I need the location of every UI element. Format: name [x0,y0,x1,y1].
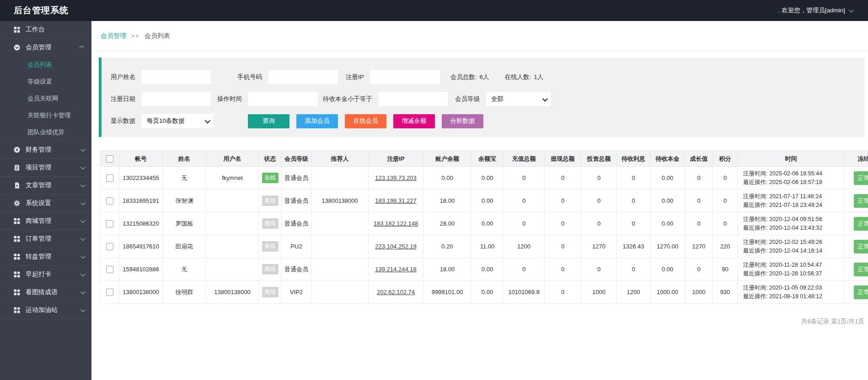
sidebar-item-order[interactable]: 订单管理 [0,230,91,248]
growth-cell: 1000 [692,289,706,296]
finance-icon: ¥ [14,147,20,153]
column-header: 推荐人 [311,151,369,167]
row-checkbox[interactable] [106,243,113,250]
register-ip-link[interactable]: 183.182.122.148 [374,220,418,227]
grid-icon [14,307,20,313]
grid-icon [14,289,20,296]
pending-principal-max-input[interactable] [378,91,449,107]
level-cell: VIP2 [290,289,303,296]
sidebar-item-wheel[interactable]: 转盘管理 [0,248,91,265]
sidebar-group-project: 项目管理 [0,159,91,177]
register-ip-link[interactable]: 202.62.102.74 [377,289,415,296]
sidebar-item-label: 运动加油站 [26,306,80,314]
column-header: 余额宝 [472,151,504,167]
chevron-down-icon [80,271,86,276]
table-row: 18331695191张智渊离线普通会员13800138000183.198.3… [100,190,868,212]
select-all-checkbox[interactable] [106,155,113,163]
freeze-status-button[interactable]: 正常 [854,194,868,208]
name-cell: 田扇花 [176,243,193,250]
growth-cell: 0 [697,220,700,227]
row-checkbox[interactable] [106,266,113,273]
level-cell: PU2 [290,243,302,250]
app-title: 后台管理系统 [0,5,69,16]
sidebar-group-sport-station: 运动加油站 [0,301,91,319]
row-checkbox[interactable] [106,289,113,296]
recharge-total-cell: 0 [522,220,525,227]
invest-total-cell: 1000 [592,289,605,296]
sidebar-item-article[interactable]: 文章管理 [0,177,91,194]
freeze-status-button[interactable]: 正常 [854,240,868,253]
points-cell: 0 [723,197,727,204]
member-level-select[interactable]: 全部 [485,91,552,107]
member-table-wrap: 帐号姓名用户名状态会员等级推荐人注册IP账户余额余额宝充值总额提现总额投资总额待… [100,151,868,304]
pending-principal-cell: 0.00 [662,174,673,181]
withdraw-total-cell: 0 [561,220,564,227]
user-menu[interactable]: . 欢迎您，管理员[admin] [778,6,868,15]
sidebar-item-idiom-guess[interactable]: 看图猜成语 [0,284,91,301]
phone-number-input[interactable] [268,69,338,85]
sidebar-item-sport-station[interactable]: 运动加油站 [0,301,91,319]
register-ip-link[interactable]: 123.139.73.203 [375,174,416,181]
sidebar-item-member[interactable]: 会员管理 [0,39,91,56]
points-cell: 930 [720,289,730,296]
freeze-status-button[interactable]: 正常 [854,285,868,299]
adjust-balance-button[interactable]: 增减余额 [393,114,435,128]
sidebar-item-finance[interactable]: ¥财务管理 [0,141,91,158]
action-buttons: 查询添加会员在线会员增减余额分析数据 [248,114,490,128]
sidebar-subitem-member-list[interactable]: 会员列表 [0,56,91,73]
status-badge: 离线 [262,241,279,252]
page-size-select[interactable]: 每页10条数据 [141,113,214,129]
status-badge: 在线 [262,173,279,183]
member-total-label: 会员总数: [450,73,477,81]
user-name-input[interactable] [141,69,212,85]
pending-principal-cell: 1000.00 [657,289,678,296]
online-members-button[interactable]: 在线会员 [345,114,386,128]
sidebar-group-wheel: 转盘管理 [0,248,91,266]
register-ip-link[interactable]: 183.198.31.227 [375,197,416,204]
chevron-down-icon [80,253,86,259]
name-cell: 无 [182,174,188,181]
invest-total-cell: 1270 [592,243,605,250]
points-cell: 0 [723,174,727,181]
username-cell: fkymnet [222,174,243,181]
register-ip-link[interactable]: 139.214.244.18 [375,266,416,273]
register-ip-link[interactable]: 223.104.252.19 [375,243,416,250]
sidebar-item-mall[interactable]: 商城管理 [0,212,91,230]
row-checkbox[interactable] [106,174,113,182]
sidebar-item-morning-checkin[interactable]: 早起打卡 [0,266,91,283]
register-date-input[interactable] [141,91,212,107]
account-cell: 13800138000 [123,289,159,296]
sidebar-item-label: 看图猜成语 [26,288,80,296]
balance-cell: 9999101.00 [432,289,463,296]
pending-principal-cell: 0.00 [662,197,673,204]
online-count-label: 在线人数: [505,73,531,81]
add-member-button[interactable]: 添加会员 [296,114,338,128]
query-button[interactable]: 查询 [248,114,289,128]
freeze-status-button[interactable]: 正常 [854,217,868,231]
freeze-status-button[interactable]: 正常 [854,171,868,185]
row-checkbox[interactable] [106,220,113,227]
freeze-status-button[interactable]: 正常 [854,263,868,276]
sidebar-subitem-team-performance[interactable]: 团队业绩优异 [0,124,91,141]
balance-cell: 18.00 [440,197,455,204]
sidebar-subitem-level-setting[interactable]: 等级设置 [0,73,91,90]
register-ip-input[interactable] [370,69,440,85]
svg-text:¥: ¥ [16,147,18,152]
invest-total-cell: 0 [597,197,600,204]
column-header: 冻结 [845,151,868,167]
row-checkbox[interactable] [106,197,113,205]
column-header: 充值总额 [504,151,545,167]
analyze-data-button[interactable]: 分析数据 [442,114,483,128]
sidebar-subitem-bank-card-manage[interactable]: 关联银行卡管理 [0,107,91,124]
operate-time-input[interactable] [247,91,318,107]
breadcrumb-parent-link[interactable]: 会员管理 [101,32,126,40]
sidebar-subitem-member-network[interactable]: 会员关联网 [0,90,91,107]
member-table: 帐号姓名用户名状态会员等级推荐人注册IP账户余额余额宝充值总额提现总额投资总额待… [100,151,868,304]
sidebar-item-workbench[interactable]: 工作台 [0,21,91,38]
sidebar-item-project[interactable]: 项目管理 [0,159,91,176]
sidebar-item-label: 工作台 [26,26,84,34]
sidebar-item-system-settings[interactable]: 系统设置 [0,195,91,212]
growth-cell: 1270 [692,243,706,250]
phone-number-label: 手机号码 [237,73,262,81]
sidebar-group-article: 文章管理 [0,177,91,195]
